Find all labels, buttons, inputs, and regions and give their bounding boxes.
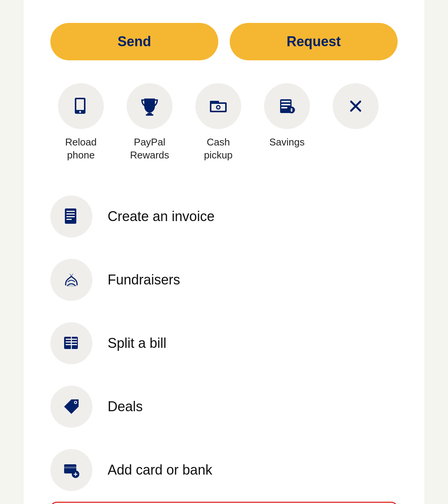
- quick-actions-row: Reloadphone PayPalRewards: [50, 83, 398, 162]
- paypal-rewards-label: PayPalRewards: [130, 136, 169, 162]
- fundraisers-icon: [62, 270, 81, 289]
- svg-rect-22: [66, 213, 75, 215]
- add-card-icon: [62, 460, 81, 480]
- svg-rect-17: [291, 108, 292, 112]
- svg-rect-11: [281, 101, 290, 102]
- top-buttons-row: Send Request: [50, 23, 398, 60]
- fundraisers-circle: [50, 259, 92, 301]
- split-bill-icon: [62, 334, 81, 353]
- deals-circle: [50, 386, 92, 428]
- list-item-split-bill[interactable]: Split a bill: [50, 312, 398, 375]
- add-card-circle: [50, 449, 92, 491]
- svg-rect-34: [64, 467, 76, 468]
- quick-action-reload-phone[interactable]: Reloadphone: [50, 83, 111, 162]
- add-card-bank-label: Add card or bank: [108, 462, 212, 478]
- svg-point-8: [217, 106, 219, 108]
- cash-pickup-icon: [208, 96, 228, 116]
- svg-point-25: [66, 284, 77, 287]
- request-button[interactable]: Request: [230, 23, 398, 60]
- svg-rect-24: [66, 219, 72, 220]
- invoice-circle: [50, 195, 92, 237]
- savings-circle: [264, 83, 310, 129]
- cash-pickup-label: Cashpickup: [204, 136, 232, 162]
- svg-rect-12: [281, 104, 290, 105]
- split-bill-label: Split a bill: [108, 335, 166, 351]
- invoice-icon: [62, 207, 81, 226]
- quick-action-cash-pickup[interactable]: Cashpickup: [188, 83, 249, 162]
- create-invoice-label: Create an invoice: [108, 208, 214, 225]
- deals-label: Deals: [108, 399, 143, 415]
- quick-action-close[interactable]: [325, 83, 386, 136]
- quick-action-savings[interactable]: Savings: [256, 83, 317, 149]
- svg-rect-4: [146, 114, 153, 116]
- savings-label: Savings: [269, 136, 305, 149]
- send-button[interactable]: Send: [50, 23, 218, 60]
- svg-point-2: [79, 111, 81, 113]
- quick-action-paypal-rewards[interactable]: PayPalRewards: [119, 83, 180, 162]
- cash-pickup-circle: [195, 83, 241, 129]
- fundraisers-label: Fundraisers: [108, 272, 180, 288]
- reload-phone-icon: [71, 96, 91, 116]
- reload-phone-label: Reloadphone: [65, 136, 97, 162]
- svg-rect-37: [75, 472, 76, 476]
- list-item-add-card-bank[interactable]: Add card or bank: [50, 438, 398, 502]
- svg-rect-13: [281, 107, 287, 108]
- close-circle: [333, 83, 379, 129]
- svg-rect-21: [66, 211, 75, 212]
- svg-point-32: [75, 402, 76, 403]
- savings-icon: [277, 96, 297, 116]
- list-items-section: Create an invoice Fundraisers: [50, 185, 398, 504]
- list-item-crypto[interactable]: Crypto: [50, 502, 398, 504]
- split-bill-circle: [50, 322, 92, 364]
- deals-icon: [62, 397, 81, 416]
- list-item-create-invoice[interactable]: Create an invoice: [50, 185, 398, 248]
- main-container: Send Request Reloadphone: [24, 0, 424, 504]
- list-item-fundraisers[interactable]: Fundraisers: [50, 248, 398, 312]
- reload-phone-circle: [58, 83, 104, 129]
- paypal-rewards-circle: [127, 83, 172, 129]
- close-icon: [346, 96, 366, 116]
- svg-rect-9: [210, 101, 219, 103]
- trophy-icon: [140, 96, 160, 116]
- svg-rect-23: [66, 216, 75, 217]
- list-item-deals[interactable]: Deals: [50, 375, 398, 438]
